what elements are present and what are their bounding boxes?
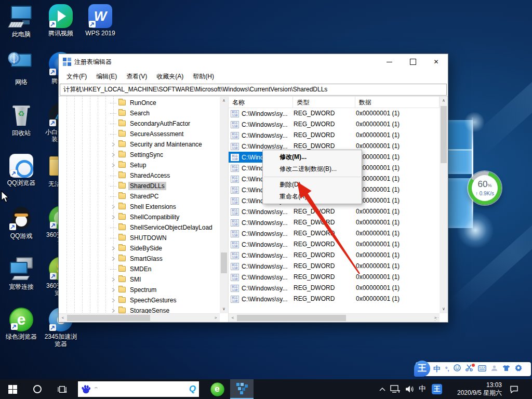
desktop-icon-this-pc[interactable]: 此电脑 [4,4,38,38]
tree-item-storagesense[interactable]: StorageSense [59,305,220,313]
clock-tray[interactable]: 13:03 2020/9/5 星期六 [443,379,504,399]
tree-item-speechgestures[interactable]: SpeechGestures [59,295,220,305]
taskbar-green-browser[interactable]: e [206,379,229,399]
context-menu-item-1[interactable]: 修改二进制数据(B)... [263,163,362,175]
ime-mode-tray[interactable]: 中 [417,379,428,399]
tree-item-runonce[interactable]: RunOnce [59,98,220,108]
scroll-down-arrow[interactable]: ∨ [220,305,228,313]
expand-chevron-icon[interactable] [110,141,116,148]
menu-item-4[interactable]: 帮助(H) [188,70,219,83]
volume-tray-icon[interactable] [403,379,417,399]
desktop-icon-recycle-bin[interactable]: ♻回收站 [4,103,38,137]
expand-chevron-icon[interactable] [110,256,116,262]
taskbar-search-box[interactable]: ⌃ Q [78,381,199,397]
value-row[interactable]: 011 110C:\Windows\sy...REG_DWORD0x000000… [229,217,440,228]
scroll-thumb[interactable] [221,252,227,273]
context-menu-item-0[interactable]: 修改(M)... [263,151,362,163]
scroll-left-arrow[interactable]: < [59,314,67,322]
tree-item-shellserviceobjectdelayload[interactable]: ShellServiceObjectDelayLoad [59,222,220,233]
scroll-up-arrow[interactable]: ∧ [440,97,448,105]
expand-chevron-icon[interactable] [110,152,116,158]
tree-item-smden[interactable]: SMDEn [59,264,220,274]
tree-item-smi[interactable]: SMI [59,274,220,285]
scroll-thumb[interactable] [441,106,447,163]
tree-item-shutdown[interactable]: SHUTDOWN [59,233,220,243]
skin-shirt-icon[interactable] [502,362,510,376]
expand-chevron-icon[interactable] [110,297,116,303]
desktop-icon-qq-game[interactable]: QQ游戏 [4,206,38,240]
scroll-thumb[interactable] [67,315,150,321]
tree-item-setup[interactable]: Setup [59,160,220,170]
value-row[interactable]: 011 110C:\Windows\sy...REG_DWORD0x000000… [229,239,440,250]
tree-horizontal-scrollbar[interactable]: < > [59,313,220,322]
column-header-1[interactable]: 类型 [293,97,355,108]
sogou-logo-icon[interactable]: 王 [414,361,430,377]
scroll-left-arrow[interactable]: < [229,314,237,322]
emoji-icon[interactable] [454,362,461,376]
window-titlebar[interactable]: 注册表编辑器 [59,54,448,70]
ime-mode-chinese[interactable]: 中 [433,362,441,376]
address-bar[interactable]: 计算机\HKEY_LOCAL_MACHINE\SOFTWARE\Microsof… [60,84,447,96]
tree-item-smartglass[interactable]: SmartGlass [59,254,220,264]
chevron-up-icon[interactable]: ⌃ [93,387,99,392]
expand-chevron-icon[interactable] [110,214,116,220]
screenshot-scissors-icon[interactable] [466,362,473,376]
menu-item-0[interactable]: 文件(F) [62,70,91,83]
action-center-button[interactable] [505,379,523,399]
tree-item-secondaryauthfactor[interactable]: SecondaryAuthFactor [59,118,220,129]
value-row[interactable]: 011 110C:\Windows\sy...REG_DWORD0x000000… [229,272,440,283]
task-view-button[interactable] [51,379,73,399]
tree-item-security-and-maintenance[interactable]: Security and Maintenance [59,139,220,150]
column-header-2[interactable]: 数据 [355,97,440,108]
expand-chevron-icon[interactable] [110,287,116,293]
tree-item-shellcompatibility[interactable]: ShellCompatibility [59,212,220,222]
tray-show-hidden-icons[interactable] [377,379,388,399]
network-tray-icon[interactable] [389,379,402,399]
scroll-up-arrow[interactable]: ∧ [220,97,228,105]
values-horizontal-scrollbar[interactable]: < > ⋰ [229,313,440,322]
value-row[interactable]: 011 110C:\Windows\sy...REG_DWORD0x000000… [229,294,440,304]
tree-item-shell-extensions[interactable]: Shell Extensions [59,202,220,212]
menu-item-2[interactable]: 查看(V) [122,70,152,83]
scroll-right-arrow[interactable]: > [211,314,220,322]
desktop-icon-wps-2019[interactable]: WWPS 2019 [83,4,117,37]
desktop-icon-qq-browser[interactable]: QQ浏览器 [4,154,38,187]
menu-item-1[interactable]: 编辑(E) [91,70,122,83]
tree-item-sharedaccess[interactable]: SharedAccess [59,170,220,181]
expand-chevron-icon[interactable] [110,162,116,168]
scroll-thumb[interactable] [237,315,346,321]
desktop-icon-green-browser[interactable]: e绿色浏览器 [4,308,38,340]
desktop-icon-broadband[interactable]: 宽带连接 [4,257,38,290]
maximize-button[interactable] [401,54,424,70]
value-row[interactable]: 011 110C:\Windows\sy...REG_DWORD0x000000… [229,130,440,141]
tree-item-search[interactable]: Search [59,108,220,118]
value-row[interactable]: 011 110C:\Windows\sy...REG_DWORD0x000000… [229,119,440,130]
tree-item-shareddlls[interactable]: SharedDLLs [59,181,220,191]
value-row[interactable]: 011 110C:\Windows\sy...REG_DWORD0x000000… [229,108,440,119]
scroll-down-arrow[interactable]: ∨ [440,305,448,313]
tree-item-sidebyside[interactable]: SideBySide [59,243,220,254]
tree-item-secureassessment[interactable]: SecureAssessment [59,129,220,139]
resize-grip[interactable]: ⋰ [434,317,438,322]
minimize-button[interactable] [378,54,401,70]
expand-chevron-icon[interactable] [110,204,116,210]
tree-item-sharedpc[interactable]: SharedPC [59,191,220,202]
account-icon[interactable] [491,362,498,376]
keyboard-icon[interactable] [478,362,486,376]
sogou-tray-icon[interactable]: 王 [430,379,444,399]
360-speed-ball[interactable]: 60% ↑ 0.9K/s [468,171,501,205]
desktop-icon-network[interactable]: 网络 [4,52,38,86]
value-row[interactable]: 011 110C:\Windows\sy...REG_DWORD0x000000… [229,283,440,294]
value-row[interactable]: 011 110C:\Windows\sy...REG_DWORD0x000000… [229,250,440,261]
tree-item-settingsync[interactable]: SettingSync [59,150,220,160]
close-button[interactable] [424,54,448,70]
cortana-button[interactable] [27,379,48,399]
desktop-icon-tencent-video[interactable]: 腾讯视频 [44,4,78,37]
value-row[interactable]: 011 110C:\Windows\sy...REG_DWORD0x000000… [229,228,440,239]
column-header-0[interactable]: 名称 [229,97,293,108]
context-menu-item-4[interactable]: 重命名(R) [263,191,362,203]
value-row[interactable]: 011 110C:\Windows\sy...REG_DWORD0x000000… [229,206,440,217]
value-row[interactable]: 011 110C:\Windows\sy...REG_DWORD0x000000… [229,261,440,272]
taskbar-regedit-active[interactable] [230,379,254,399]
menu-item-3[interactable]: 收藏夹(A) [152,70,188,83]
